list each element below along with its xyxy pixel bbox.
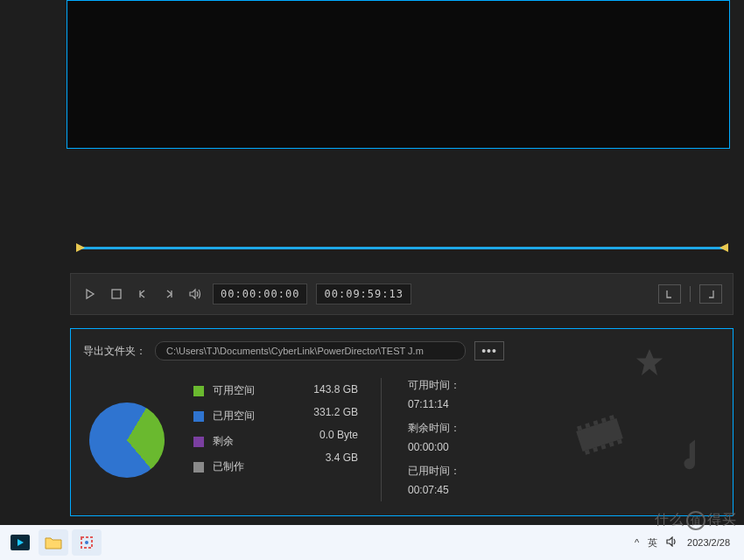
remaining-value: 0.0 Byte (288, 429, 358, 441)
used-value: 331.2 GB (288, 406, 358, 418)
taskbar-app-explorer[interactable] (39, 529, 68, 556)
current-time-display: 00:00:00:00 (213, 284, 307, 304)
divider (690, 286, 691, 302)
disk-pie-chart (83, 378, 171, 501)
volume-button[interactable] (186, 285, 204, 303)
avail-time-value: 07:11:14 (408, 398, 460, 410)
next-frame-button[interactable] (160, 285, 178, 303)
swatch-icon (193, 437, 204, 447)
browse-button[interactable]: ••• (474, 341, 504, 360)
export-path-field[interactable]: C:\Users\TJ\Documents\CyberLink\PowerDir… (155, 341, 466, 360)
tray-speaker-icon[interactable] (666, 536, 678, 549)
export-path-row: 导出文件夹： C:\Users\TJ\Documents\CyberLink\P… (83, 341, 720, 360)
svg-point-14 (85, 541, 88, 544)
play-button[interactable] (81, 285, 99, 303)
available-value: 143.8 GB (288, 383, 358, 396)
elapsed-time-value: 00:07:45 (408, 484, 460, 496)
produced-value: 3.4 GB (288, 452, 358, 464)
star-decoration-icon (634, 346, 665, 378)
legend: 可用空间 已用空间 剩余 已制作 (193, 378, 265, 501)
stop-button[interactable] (108, 285, 125, 303)
swatch-icon (193, 386, 204, 396)
export-folder-label: 导出文件夹： (83, 344, 146, 359)
legend-used: 已用空间 (193, 409, 265, 424)
mark-out-button[interactable] (699, 284, 722, 304)
video-preview (67, 0, 730, 149)
swatch-icon (193, 411, 204, 422)
timeline-track[interactable] (81, 247, 723, 249)
legend-remaining: 剩余 (193, 434, 265, 449)
taskbar[interactable]: ^ 英 2023/2/28 (0, 525, 744, 560)
out-point-marker[interactable] (719, 243, 728, 252)
in-point-marker[interactable] (76, 243, 85, 252)
avail-time-label: 可用时间： (408, 378, 460, 393)
music-note-decoration-icon (679, 438, 702, 472)
tray-ime-indicator[interactable]: 英 (648, 536, 657, 550)
mark-in-button[interactable] (658, 284, 681, 304)
tray-chevron-icon[interactable]: ^ (635, 537, 639, 548)
svg-rect-0 (112, 290, 121, 298)
legend-available: 可用空间 (193, 383, 265, 398)
watermark: 什么值得买 (655, 511, 737, 531)
stats-row: 可用空间 已用空间 剩余 已制作 143.8 GB 331.2 GB 0.0 B… (83, 378, 720, 501)
swatch-icon (193, 462, 204, 472)
system-tray[interactable]: ^ 英 2023/2/28 (635, 536, 739, 550)
app-frame: 00:00:00:00 00:09:59:13 导出文件夹： C:\Users\… (0, 0, 744, 525)
time-info: 可用时间： 07:11:14 剩余时间： 00:00:00 已用时间： 00:0… (381, 378, 460, 501)
timeline[interactable] (76, 245, 728, 252)
playback-controls: 00:00:00:00 00:09:59:13 (70, 273, 733, 315)
legend-produced: 已制作 (193, 459, 265, 474)
taskbar-app-powerdirector[interactable] (5, 529, 35, 556)
prev-frame-button[interactable] (134, 285, 151, 303)
legend-values: 143.8 GB 331.2 GB 0.0 Byte 3.4 GB (288, 378, 358, 501)
elapsed-time-label: 已用时间： (408, 464, 460, 479)
remain-time-label: 剩余时间： (408, 421, 460, 436)
taskbar-app-snip[interactable] (72, 529, 102, 556)
total-time-display: 00:09:59:13 (316, 284, 411, 304)
tray-date[interactable]: 2023/2/28 (687, 537, 730, 548)
remain-time-value: 00:00:00 (408, 441, 460, 453)
